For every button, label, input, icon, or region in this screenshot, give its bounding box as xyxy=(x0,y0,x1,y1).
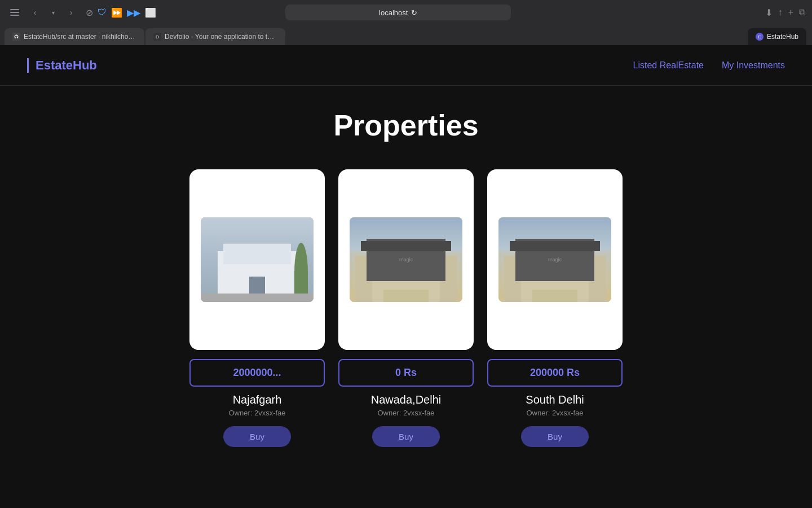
property-card-2: magic xyxy=(338,169,474,350)
browser-chrome: ‹ ▾ › ⊘ 🛡 ⏩ ▶▶ ⬜ localhost ↻ ⬇ ↑ + ⧉ xyxy=(0,0,812,45)
property-column-2: magic 0 Rs Nawada,Delhi Owner: 2vxsx-fae… xyxy=(338,169,474,447)
nav-my-investments[interactable]: My Investments xyxy=(722,60,785,71)
property-column-1: 2000000... Najafgarh Owner: 2vxsx-fae Bu… xyxy=(189,169,325,447)
property-column-3: magic 200000 Rs South Delhi Owner: 2vxsx… xyxy=(487,169,623,447)
new-tab-icon[interactable]: + xyxy=(788,7,793,17)
tab-estatehub-label: EstateHub xyxy=(767,33,798,41)
app-container: EstateHub Listed RealEstate My Investmen… xyxy=(0,45,812,508)
price-text-3: 200000 Rs xyxy=(530,367,580,378)
svg-rect-0 xyxy=(10,9,19,10)
devfolio-favicon: D xyxy=(153,33,161,41)
forward-button[interactable]: › xyxy=(63,5,79,20)
main-content: Properties xyxy=(0,86,812,470)
tab-devfolio-label: Devfolio - Your one application to the b… xyxy=(165,33,277,41)
nav-bar: EstateHub Listed RealEstate My Investmen… xyxy=(0,45,812,86)
property-owner-2: Owner: 2vxsx-fae xyxy=(377,409,434,417)
browser-icons-left: ⊘ 🛡 ⏩ ▶▶ ⬜ xyxy=(86,7,156,18)
buy-button-3[interactable]: Buy xyxy=(521,426,589,447)
svg-rect-2 xyxy=(10,15,19,16)
refresh-icon[interactable]: ↻ xyxy=(411,8,417,17)
price-text-1: 2000000... xyxy=(233,367,281,378)
pip-icon: ⬜ xyxy=(145,7,156,18)
buy-button-1[interactable]: Buy xyxy=(223,426,291,447)
page-title: Properties xyxy=(27,108,785,142)
property-name-1: Najafgarh xyxy=(233,393,282,406)
tab-github[interactable]: EstateHub/src at master · nikhilchopra08… xyxy=(5,28,144,45)
buy-button-2[interactable]: Buy xyxy=(372,426,440,447)
price-text-2: 0 Rs xyxy=(395,367,417,378)
nav-logo[interactable]: EstateHub xyxy=(27,58,97,73)
price-badge-2: 0 Rs xyxy=(338,359,474,387)
chevron-down-icon[interactable]: ▾ xyxy=(45,5,61,20)
tab-devfolio[interactable]: D Devfolio - Your one application to the… xyxy=(145,28,285,45)
properties-grid: 2000000... Najafgarh Owner: 2vxsx-fae Bu… xyxy=(27,169,785,447)
property-name-2: Nawada,Delhi xyxy=(371,393,442,406)
house2-image: magic xyxy=(350,217,462,302)
house1-image xyxy=(201,217,314,302)
property-owner-3: Owner: 2vxsx-fae xyxy=(526,409,583,417)
windows-icon[interactable]: ⧉ xyxy=(799,7,805,17)
sidebar-toggle[interactable] xyxy=(7,6,23,19)
shield-check-icon: 🛡 xyxy=(98,7,107,17)
property-owner-1: Owner: 2vxsx-fae xyxy=(228,409,285,417)
price-badge-1: 2000000... xyxy=(189,359,325,387)
property-name-3: South Delhi xyxy=(526,393,584,406)
share-icon[interactable]: ↑ xyxy=(778,7,783,17)
download-icon[interactable]: ⬇ xyxy=(765,7,773,18)
browser-nav-buttons: ‹ ▾ › xyxy=(27,5,79,20)
shield-icon: ⊘ xyxy=(86,7,93,18)
tab-estatehub[interactable]: E EstateHub xyxy=(748,28,806,45)
media-icon: ⏩ xyxy=(111,7,122,18)
browser-toolbar: ‹ ▾ › ⊘ 🛡 ⏩ ▶▶ ⬜ localhost ↻ ⬇ ↑ + ⧉ xyxy=(0,0,812,25)
github-favicon xyxy=(12,33,20,41)
property-image-2: magic xyxy=(350,217,462,302)
watermark-3: magic xyxy=(548,257,562,262)
property-image-1 xyxy=(201,217,314,302)
browser-icons-right: ⬇ ↑ + ⧉ xyxy=(765,7,805,18)
address-bar[interactable]: localhost ↻ xyxy=(285,5,511,20)
price-badge-3: 200000 Rs xyxy=(487,359,623,387)
property-image-3: magic xyxy=(498,217,611,302)
nav-listed-realestate[interactable]: Listed RealEstate xyxy=(633,60,704,71)
back-button[interactable]: ‹ xyxy=(27,5,43,20)
house3-image: magic xyxy=(498,217,611,302)
estatehub-favicon: E xyxy=(756,33,764,41)
address-text: localhost xyxy=(379,8,408,17)
svg-rect-1 xyxy=(10,12,19,13)
extension-icon: ▶▶ xyxy=(127,7,140,18)
watermark-2: magic xyxy=(399,257,413,262)
property-card-3: magic xyxy=(487,169,623,350)
property-card-1 xyxy=(189,169,325,350)
tab-github-label: EstateHub/src at master · nikhilchopra08… xyxy=(24,33,136,41)
browser-tabs: EstateHub/src at master · nikhilchopra08… xyxy=(0,25,812,45)
nav-links: Listed RealEstate My Investments xyxy=(633,60,785,71)
